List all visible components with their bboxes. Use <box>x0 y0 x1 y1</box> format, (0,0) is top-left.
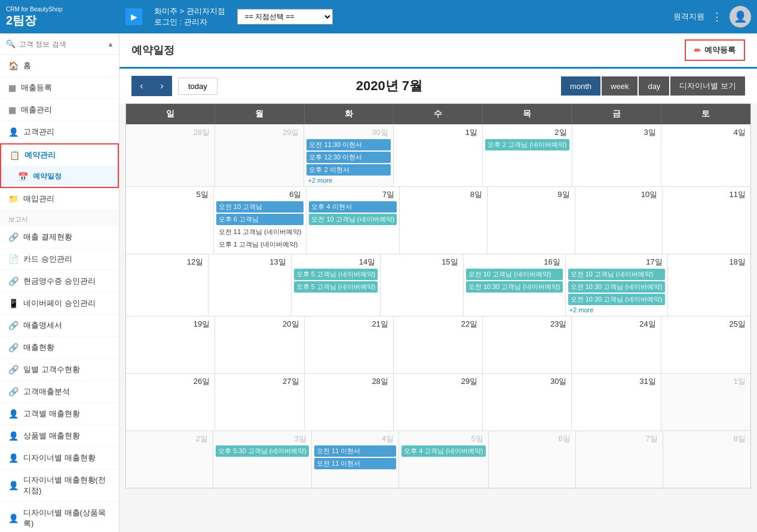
calendar-cell[interactable]: 21일 <box>305 316 394 373</box>
calendar-cell[interactable]: 12일 <box>126 254 209 316</box>
calendar-cell[interactable]: 30일오전 11:30 이현서오후 12:30 이현서오후 2 이현서+2 mo… <box>304 125 393 186</box>
sidebar-item-reservation-manage[interactable]: 📋 예약관리 <box>0 143 119 166</box>
sidebar-item-daily-customer[interactable]: 🔗 일별 고객수현황 <box>0 359 119 381</box>
calendar-cell[interactable]: 24일 <box>572 316 661 373</box>
register-button[interactable]: ✏ 예약등록 <box>685 39 745 61</box>
calendar-cell[interactable]: 18일 <box>668 254 750 316</box>
calendar-cell[interactable]: 23일 <box>483 316 572 373</box>
calendar-cell[interactable]: 4일오전 11 이현서오전 11 이현서 <box>312 431 399 488</box>
calendar-cell[interactable]: 26일 <box>126 374 215 430</box>
calendar-cell[interactable]: 11일 <box>663 187 750 254</box>
cell-event[interactable]: 오전 10:30 고객님 (네이버예약) <box>466 281 563 293</box>
sidebar-item-naverpay-approval[interactable]: 📱 네이버페이 승인관리 <box>0 293 119 315</box>
cell-event[interactable]: +2 more <box>307 177 390 184</box>
cell-event[interactable]: 오전 11 이현서 <box>314 445 396 457</box>
view-week-button[interactable]: week <box>602 76 638 96</box>
calendar-cell[interactable]: 30일 <box>483 374 572 430</box>
sidebar-item-sales-register[interactable]: ▦ 매출등록 <box>0 77 119 99</box>
calendar-cell[interactable]: 8일 <box>400 187 488 254</box>
calendar-cell[interactable]: 20일 <box>215 316 304 373</box>
calendar-cell[interactable]: 28일 <box>305 374 394 430</box>
cell-event[interactable]: 오전 10 고객님 (네이버예약) <box>309 214 397 225</box>
sidebar-collapse-button[interactable]: ▲ <box>107 40 114 48</box>
branch-select[interactable]: == 지점선택 == <box>237 9 333 24</box>
calendar-cell[interactable]: 2일오후 2 고객님 (네이버예약) <box>483 125 572 186</box>
sidebar-toggle-button[interactable]: ▶ <box>125 8 142 25</box>
sidebar-item-cash-approval[interactable]: 🔗 현금영수증 승인관리 <box>0 270 119 293</box>
calendar-cell[interactable]: 5일 <box>126 187 214 254</box>
cell-event[interactable]: 오후 6 고객님 <box>216 214 304 225</box>
cell-event[interactable]: 오전 10 고객님 <box>216 201 304 213</box>
calendar-cell[interactable]: 28일 <box>126 125 215 186</box>
calendar-cell[interactable]: 16일오전 10 고객님 (네이버예약)오전 10:30 고객님 (네이버예약) <box>464 254 566 316</box>
sidebar-item-member-manage[interactable]: 📁 매입관리 <box>0 188 119 210</box>
calendar-cell[interactable]: 1일 <box>394 125 483 186</box>
calendar-cell[interactable]: 22일 <box>394 316 483 373</box>
calendar-cell[interactable]: 4일 <box>661 125 750 186</box>
cell-event[interactable]: 오후 5:30 고객님 (네이버예약) <box>216 445 309 457</box>
remote-support-link[interactable]: 원격지원 <box>673 11 704 22</box>
calendar-cell[interactable]: 9일 <box>488 187 575 254</box>
sidebar-item-designer-sales-full[interactable]: 👤 디자이너별 매출현황(전지점) <box>0 469 119 502</box>
cell-event[interactable]: 오후 2 이현서 <box>307 164 390 176</box>
view-day-button[interactable]: day <box>639 76 669 96</box>
calendar-cell[interactable]: 15일 <box>381 254 463 316</box>
sidebar-item-designer-sales[interactable]: 👤 디자이너별 매출현황 <box>0 447 119 469</box>
calendar-cell[interactable]: 8일 <box>663 431 750 488</box>
calendar-cell[interactable]: 27일 <box>215 374 304 430</box>
user-avatar[interactable]: 👤 <box>730 6 751 27</box>
cell-event[interactable]: 오후 5 고객님 (네이버예약) <box>294 281 378 293</box>
calendar-cell[interactable]: 25일 <box>661 316 750 373</box>
calendar-cell[interactable]: 1일 <box>661 374 750 430</box>
calendar-cell[interactable]: 6일 <box>489 431 576 488</box>
sidebar-item-sales-result[interactable]: 🔗 매출 결제현황 <box>0 226 119 248</box>
sidebar-item-reservation-calendar[interactable]: 📅 예약일정 <box>0 166 119 188</box>
sidebar-item-card-approval[interactable]: 📄 카드 승인관리 <box>0 248 119 270</box>
calendar-cell[interactable]: 6일오전 10 고객님오후 6 고객님오전 11 고객님 (네이버예약)오후 1… <box>214 187 307 254</box>
sidebar-item-customer-sales[interactable]: 👤 고객별 매출현황 <box>0 403 119 425</box>
calendar-cell[interactable]: 7일 <box>576 431 663 488</box>
sidebar-item-designer-detail[interactable]: 👤 디자이너별 매출(상품목록) <box>0 502 119 532</box>
cell-event[interactable]: 오후 1 고객님 (네이버예약) <box>216 239 304 250</box>
sidebar-item-sales-current[interactable]: 🔗 매출현황 <box>0 337 119 359</box>
cell-event[interactable]: 오전 10 고객님 (네이버예약) <box>466 269 563 280</box>
cell-event[interactable]: 오전 10:30 고객님 (네이버예약) <box>568 294 665 305</box>
calendar-cell[interactable]: 17일오전 10 고객님 (네이버예약)오전 10:30 고객님 (네이버예약)… <box>566 254 668 316</box>
calendar-cell[interactable]: 31일 <box>572 374 661 430</box>
more-options-icon[interactable]: ⋮ <box>712 10 722 23</box>
calendar-cell[interactable]: 3일 <box>572 125 661 186</box>
search-input[interactable] <box>19 40 113 48</box>
calendar-cell[interactable]: 14일오후 5 고객님 (네이버예약)오후 5 고객님 (네이버예약) <box>292 254 381 316</box>
sidebar-item-customer-analysis[interactable]: 🔗 고객매출분석 <box>0 381 119 403</box>
cell-event[interactable]: 오후 2 고객님 (네이버예약) <box>485 139 569 150</box>
view-month-button[interactable]: month <box>561 76 600 96</box>
cell-event[interactable]: 오전 11 이현서 <box>314 458 396 469</box>
sidebar-item-sales-statement[interactable]: 🔗 매출명세서 <box>0 315 119 337</box>
sidebar-item-home[interactable]: 🏠 홈 <box>0 55 119 77</box>
sidebar-item-customer-manage[interactable]: 👤 고객관리 <box>0 121 119 143</box>
sidebar-item-product-sales[interactable]: 👤 상품별 매출현황 <box>0 425 119 447</box>
cell-event[interactable]: 오전 11 고객님 (네이버예약) <box>216 226 304 238</box>
calendar-cell[interactable]: 13일 <box>209 254 291 316</box>
cell-event[interactable]: 오후 5 고객님 (네이버예약) <box>294 269 378 280</box>
today-button[interactable]: today <box>178 78 217 95</box>
cell-event[interactable]: 오후 4 고객님 (네이버예약) <box>402 445 486 457</box>
sidebar-item-sales-manage[interactable]: ▦ 매출관리 <box>0 99 119 121</box>
cell-event[interactable]: 오후 12:30 이현서 <box>307 152 390 163</box>
cell-event[interactable]: 오전 10 고객님 (네이버예약) <box>568 269 665 280</box>
cell-event[interactable]: 오전 10:30 고객님 (네이버예약) <box>568 281 665 293</box>
cell-event[interactable]: 오후 4 이현서 <box>309 201 397 213</box>
cell-event[interactable]: 오전 11:30 이현서 <box>307 139 390 150</box>
calendar-cell[interactable]: 5일오후 4 고객님 (네이버예약) <box>399 431 489 488</box>
calendar-cell[interactable]: 19일 <box>126 316 215 373</box>
cell-event[interactable]: +2 more <box>568 306 665 313</box>
prev-month-button[interactable]: ‹ <box>131 76 152 96</box>
calendar-cell[interactable]: 7일오후 4 이현서오전 10 고객님 (네이버예약) <box>307 187 400 254</box>
calendar-cell[interactable]: 29일 <box>394 374 483 430</box>
calendar-cell[interactable]: 10일 <box>575 187 663 254</box>
view-designer-button[interactable]: 디자이너별 보기 <box>670 76 745 96</box>
calendar-cell[interactable]: 29일 <box>215 125 304 186</box>
calendar-cell[interactable]: 3일오후 5:30 고객님 (네이버예약) <box>213 431 312 488</box>
calendar-cell[interactable]: 2일 <box>126 431 213 488</box>
next-month-button[interactable]: › <box>152 76 172 96</box>
